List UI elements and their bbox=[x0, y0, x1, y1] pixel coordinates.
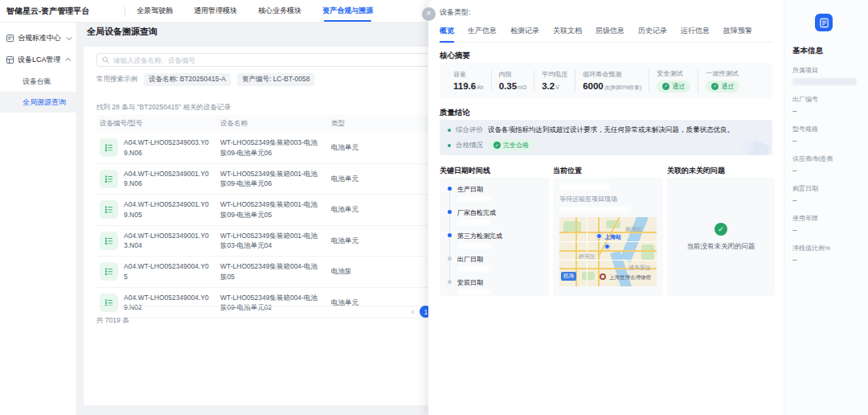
total-count: 共 7019 条 bbox=[96, 316, 129, 324]
info-field-label: 净残值比例% bbox=[792, 244, 863, 253]
info-field-value: -- bbox=[792, 196, 863, 204]
drawer-tab[interactable]: 关联文档 bbox=[553, 26, 582, 42]
map-district-label: 静安区 bbox=[579, 253, 596, 261]
drawer-tab[interactable]: 概览 bbox=[440, 26, 454, 42]
device-name: WT-LHO052349集装箱003-电池簇09-电池单元06 bbox=[220, 138, 331, 158]
info-field-label: 供应商/制造商 bbox=[792, 154, 863, 163]
drawer-tab[interactable]: 故障预警 bbox=[723, 26, 752, 42]
stat-item: 内阻 0.35 mΩ ✓ bbox=[491, 70, 534, 91]
timeline-label: 厂家自检完成 bbox=[457, 208, 542, 217]
redacted-location-detail bbox=[559, 207, 630, 212]
status-badge: ✓通过 bbox=[706, 80, 739, 92]
timeline-label: 第三方检测完成 bbox=[457, 232, 542, 240]
location-map[interactable]: 杨浦区 静安区 浦东新区 上海站 机场 上海世博会博物馆 bbox=[559, 217, 657, 286]
info-field-label: 出厂编号 bbox=[792, 95, 863, 104]
map-road bbox=[559, 260, 657, 261]
map-road bbox=[559, 250, 657, 252]
page-title: 全局设备溯源查询 bbox=[87, 26, 158, 38]
close-icon[interactable]: × bbox=[422, 7, 436, 21]
check-icon: ✓ bbox=[493, 142, 501, 149]
pass-status-label: 合格情况 bbox=[456, 141, 483, 150]
device-type: 电池单元 bbox=[331, 236, 426, 246]
sidebar-children: 设备台账全局溯源查询 bbox=[0, 71, 76, 113]
device-type: 电池单元 bbox=[331, 174, 426, 184]
stat-item: 容量 119.6 Ah ✓ bbox=[446, 70, 491, 91]
location-title: 当前位置 bbox=[553, 166, 582, 176]
sidebar-group-lca[interactable]: 设备LCA管理 bbox=[0, 49, 76, 71]
check-icon: ✓ bbox=[711, 83, 719, 90]
info-field: 型号规格 -- bbox=[792, 125, 863, 145]
pass-badge: ✓完全合格 bbox=[488, 139, 534, 151]
check-circle-icon: ✓ bbox=[714, 223, 727, 236]
timeline-dot-icon bbox=[448, 210, 452, 214]
drawer-tab[interactable]: 历史记录 bbox=[638, 26, 667, 42]
stat-label: 一致性测试 bbox=[706, 69, 739, 78]
sidebar-item[interactable]: 设备台账 bbox=[0, 71, 76, 92]
timeline-item: 第三方检测完成 bbox=[448, 232, 542, 249]
map-marker-museum bbox=[600, 273, 606, 280]
map-marker-station bbox=[596, 233, 602, 239]
device-code: A04.WT-LHO052349001.Y03.N04 bbox=[124, 231, 212, 252]
drawer-tab[interactable]: 运行信息 bbox=[681, 26, 710, 42]
sidebar-item[interactable]: 全局溯源查询 bbox=[0, 92, 76, 113]
status-badge: ✓通过 bbox=[657, 80, 690, 92]
location-box: 等待运输至项目现场 杨浦区 静安区 浦东新区 bbox=[553, 178, 663, 296]
top-nav-item[interactable]: 通用管理模块 bbox=[194, 0, 237, 22]
device-list-icon bbox=[100, 170, 118, 188]
info-field-value: -- bbox=[792, 256, 863, 264]
sidebar-group-compliance-center[interactable]: 合规标准中心 bbox=[0, 27, 76, 49]
info-fields: 所属项目 出厂编号 -- 型号规格 -- bbox=[792, 66, 863, 273]
basic-info-panel: 基本信息 所属项目 出厂编号 -- bbox=[784, 0, 868, 415]
chevron-up-icon bbox=[65, 58, 71, 64]
timeline-dot-icon bbox=[448, 257, 452, 261]
map-marker bbox=[604, 244, 610, 249]
device-list-icon bbox=[100, 262, 118, 281]
stat-item: 安全测试 ✓通过 bbox=[649, 69, 698, 92]
quick-search-tag[interactable]: 资产编号: LC-BT-0058 bbox=[237, 73, 315, 86]
top-nav-item[interactable]: 全景驾驶舱 bbox=[137, 0, 173, 22]
top-nav-item[interactable]: 核心业务模块 bbox=[258, 0, 301, 22]
nav-divider bbox=[125, 6, 125, 16]
stat-label: 循环寿命预测 bbox=[583, 70, 641, 79]
issues-title: 关联的未关闭问题 bbox=[667, 166, 725, 176]
timeline-dot-icon bbox=[448, 233, 452, 237]
info-field-value: -- bbox=[792, 107, 863, 115]
info-field-label: 使用年限 bbox=[792, 214, 863, 223]
map-museum-label: 上海世博会博物馆 bbox=[609, 274, 651, 281]
drawer-tab[interactable]: 检测记录 bbox=[510, 26, 539, 42]
drawer-tab[interactable]: 层级信息 bbox=[596, 26, 624, 42]
overall-eval-text: 设备各项指标均达到或超过设计要求，无任何异常或未解决问题，质量状态优良。 bbox=[488, 125, 734, 135]
info-field-value: -- bbox=[792, 166, 863, 175]
device-card-button[interactable] bbox=[815, 14, 833, 31]
device-code: A04.WT-LHO052349003.Y09.N06 bbox=[124, 138, 212, 158]
app-title: 智储星云-资产管理平台 bbox=[0, 6, 89, 17]
quick-search-tag[interactable]: 设备名称: BT20250415-A bbox=[144, 73, 231, 86]
info-field: 购置日期 -- bbox=[792, 184, 863, 204]
quick-search-row: 常用搜索示例 设备名称: BT20250415-A资产编号: LC-BT-005… bbox=[96, 73, 314, 86]
device-type: 电池单元 bbox=[331, 142, 426, 153]
device-list-icon bbox=[100, 138, 118, 157]
map-park bbox=[563, 221, 581, 232]
info-field-label: 购置日期 bbox=[792, 184, 863, 193]
top-nav-item[interactable]: 资产合规与溯源 bbox=[322, 0, 373, 22]
info-field-label: 型号规格 bbox=[792, 125, 863, 134]
bullet-dot bbox=[448, 129, 451, 132]
info-field-value: -- bbox=[792, 226, 863, 234]
map-district-label: 浦东新区 bbox=[628, 264, 651, 272]
drawer-tab[interactable]: 生产信息 bbox=[468, 26, 497, 42]
location-status: 等待运输至项目现场 bbox=[559, 195, 657, 203]
top-nav: 全景驾驶舱通用管理模块核心业务模块资产合规与溯源 bbox=[137, 0, 373, 22]
stat-value: 0.35 bbox=[499, 81, 517, 91]
core-summary-title: 核心摘要 bbox=[440, 51, 470, 61]
device-type: 电池簇 bbox=[331, 266, 426, 277]
map-park bbox=[582, 272, 595, 280]
info-field: 供应商/制造商 -- bbox=[792, 154, 863, 175]
pagination-prev-button[interactable]: < bbox=[411, 308, 415, 316]
basic-info-title: 基本信息 bbox=[792, 46, 823, 56]
device-code: A04.WT-LHO052349001.Y09.N05 bbox=[124, 199, 212, 220]
stat-item: 一致性测试 ✓通过 bbox=[698, 69, 747, 92]
device-name: WT-LHO052349集装箱001-电池簇09-电池单元05 bbox=[220, 199, 331, 220]
redacted-date bbox=[457, 196, 491, 202]
timeline-item: 生产日期 bbox=[448, 185, 542, 202]
compliance-doc-icon bbox=[6, 34, 14, 43]
